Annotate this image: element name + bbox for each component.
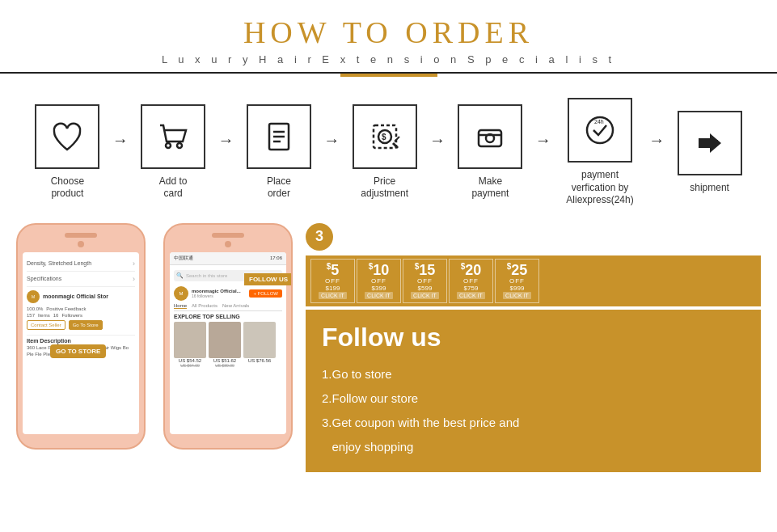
phone1: Density, Stretched Length › Specificatio… [16,223,146,450]
coupon-item-5: $5 OFF $199 CLICK IT [310,259,355,303]
product-orig-price-2: US $89.00 [209,363,241,368]
phone1-store-name: moonmagic Official Stor [43,293,135,299]
step-icon-payment-verification: 24h [568,98,632,163]
phone2-search-placeholder: Search in this store [186,273,227,278]
page-subtitle: L u x u r y H a i r E x t e n s i o n S … [0,53,777,65]
page-title: HOW TO ORDER [0,15,777,50]
phone1-contact-seller-btn[interactable]: Contact Seller [27,320,65,330]
phone2-follow-us-badge: FOLLOW US [244,273,293,285]
product-item-1: US $54.52 US $64.00 [174,322,206,368]
phone2-camera [225,241,231,247]
phone1-line-density: Density, Stretched Length › [27,256,135,272]
phone2-tab-new-arrivals[interactable]: New Arrivals [222,303,249,309]
bottom-section: Density, Stretched Length › Specificatio… [0,215,777,466]
arrow-1: → [112,131,129,174]
arrow-3: → [323,131,340,174]
phone1-item-desc-label: Item Description [27,335,135,344]
svg-rect-17 [715,140,718,145]
follow-step-2: 2.Follow our store [322,386,745,411]
step-make-payment: Makepayment [447,104,534,201]
step-add-to-card: Add tocard [130,104,217,201]
phone2-store-name: moonmagic Official... [192,289,246,293]
follow-box: Follow us 1.Go to store 2.Follow our sto… [306,310,761,472]
product-price-1: US $54.52 [174,358,206,363]
phone1-line-specs: Specifications › [27,272,135,287]
svg-point-1 [177,143,182,148]
coupon-click-10[interactable]: CLICK IT [365,292,393,299]
svg-text:24h: 24h [594,119,604,125]
product-item-3: US $76.56 [243,322,276,368]
phone1-speaker [65,233,97,238]
phone1-store-avatar: M [27,290,40,303]
step-icon-price-adjustment: $ [353,104,417,169]
phone2: 中国联通 17:06 🔍 Search in this store M moon… [163,223,293,450]
phone1-store-info: M moonmagic Official Stor [27,290,135,303]
step-icon-shipment [678,111,742,175]
phone2-store-avatar: M [174,286,188,301]
coupon-click-15[interactable]: CLICK IT [411,292,439,299]
phone2-follow-btn[interactable]: + FOLLOW [249,289,282,298]
phone1-screen: Density, Stretched Length › Specificatio… [23,252,139,434]
step-payment-verification: 24h paymentverfication byAliexpress(24h) [553,98,647,207]
phone1-btn-row: Contact Seller Go To Store [27,320,135,330]
coupon-click-25[interactable]: CLICK IT [503,292,531,299]
phone2-speaker [212,233,244,238]
step-label-shipment: shipment [690,182,729,195]
step-label-choose-product: Chooseproduct [51,175,84,201]
phone2-tab-all-products[interactable]: All Products [192,303,217,309]
coupon-amount-10: $10 [369,263,390,277]
step-icon-add-to-card [141,104,205,169]
step3-badge: 3 [306,223,333,251]
header-divider [0,72,777,74]
coupon-amount-20: $20 [461,263,482,277]
arrow-4: → [429,131,446,174]
product-price-3: US $76.56 [243,358,276,363]
steps-row: Chooseproduct → Add tocard → Placeorder … [0,80,777,215]
phone2-network: 中国联通 [174,255,193,262]
follow-step-1: 1.Go to store [322,362,745,386]
svg-text:$: $ [382,133,386,141]
phone1-go-to-store-bubble[interactable]: GO TO STORE [50,344,106,358]
svg-line-9 [393,143,398,148]
step-icon-make-payment [458,104,522,169]
coupon-threshold-5: $199 [326,285,340,292]
coupon-off-25: OFF [509,277,525,285]
phone2-tabs: Home All Products New Arrivals [174,303,282,311]
step-icon-place-order [247,104,311,169]
phone2-topbar: 中国联通 17:06 [170,252,286,265]
phone1-goto-store-btn[interactable]: Go To Store [69,320,103,330]
header: HOW TO ORDER L u x u r y H a i r E x t e… [0,0,777,80]
coupon-off-5: OFF [325,277,340,285]
coupon-amount-5: $5 [327,263,340,277]
svg-rect-16 [710,141,715,145]
coupon-off-15: OFF [417,277,433,285]
product-orig-price-1: US $64.00 [174,363,206,368]
product-thumb-2 [209,322,241,358]
product-item-2: US $51.62 US $89.00 [209,322,241,368]
step-label-payment-verification: paymentverfication byAliexpress(24h) [566,169,633,207]
coupon-item-15: $15 OFF $599 CLICK IT [403,259,447,303]
phone2-store-row: M moonmagic Official... 16 followers + F… [174,284,282,303]
product-price-2: US $51.62 [209,358,241,363]
coupon-item-10: $10 OFF $399 CLICK IT [357,259,401,303]
coupon-click-20[interactable]: CLICK IT [457,292,485,299]
coupon-bar: $5 OFF $199 CLICK IT $10 OFF $399 CLICK … [306,255,761,306]
coupon-threshold-20: $759 [464,285,479,292]
coupon-item-20: $20 OFF $759 CLICK IT [449,259,493,303]
step-choose-product: Chooseproduct [24,104,111,201]
phone2-explore-label: EXPLORE TOP SELLING [174,314,282,319]
follow-step-3: 3.Get coupon with the best price and enj… [322,411,745,459]
follow-list: 1.Go to store 2.Follow our store 3.Get c… [322,362,745,459]
coupon-item-25: $25 OFF $999 CLICK IT [495,259,539,303]
step-place-order: Placeorder [236,104,323,201]
phone2-tab-home[interactable]: Home [174,303,187,309]
coupon-threshold-25: $999 [510,285,525,292]
coupon-amount-25: $25 [507,263,528,277]
phone1-camera [78,241,84,247]
coupon-off-20: OFF [463,277,479,285]
coupon-click-5[interactable]: CLICK IT [319,292,347,299]
product-thumb-1 [174,322,206,358]
phone1-store-numbers: 157 Items 16 Followers [27,313,135,318]
svg-rect-11 [479,130,501,146]
coupon-threshold-10: $399 [372,285,386,292]
